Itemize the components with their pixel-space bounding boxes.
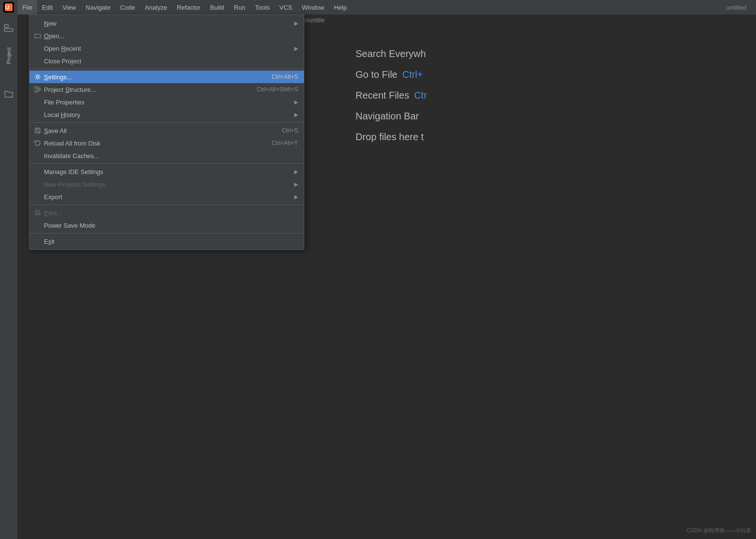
app-logo: IJ <box>0 0 17 15</box>
project-sidebar-label[interactable]: Project <box>6 44 12 68</box>
svg-rect-16 <box>36 213 39 215</box>
svg-rect-4 <box>4 29 13 31</box>
menu-edit[interactable]: Edit <box>37 0 57 15</box>
menu-close-project[interactable]: Close Project <box>29 55 304 67</box>
menu-view[interactable]: View <box>57 0 81 15</box>
recent-files-row: Recent Files Ctr <box>356 90 427 101</box>
file-menu-dropdown: New ▶ Open... Open Recent ▶ Close Projec… <box>29 15 304 250</box>
sidebar-project-icon[interactable] <box>0 19 17 37</box>
menu-local-history[interactable]: Local History ▶ <box>29 108 304 121</box>
menu-file[interactable]: File <box>17 0 37 15</box>
separator-1 <box>29 69 304 69</box>
menu-vcs[interactable]: VCS <box>274 0 297 15</box>
menu-bar: File Edit View Navigate Code Analyze Ref… <box>17 0 756 15</box>
menu-file-properties[interactable]: File Properties ▶ <box>29 96 304 108</box>
menu-open-recent[interactable]: Open Recent ▶ <box>29 42 304 55</box>
menu-build[interactable]: Build <box>205 0 229 15</box>
menu-tools[interactable]: Tools <box>250 0 274 15</box>
navigation-bar-row: Navigation Bar <box>356 111 419 122</box>
menu-project-structure[interactable]: Project Structure... Ctrl+Alt+Shift+S <box>29 83 304 96</box>
svg-rect-13 <box>36 131 39 133</box>
menu-reload-all[interactable]: Reload All from Disk Ctrl+Alt+Y <box>29 137 304 149</box>
menu-manage-ide-settings[interactable]: Manage IDE Settings ▶ <box>29 165 304 178</box>
svg-rect-6 <box>35 87 37 88</box>
svg-rect-7 <box>35 90 37 92</box>
separator-5 <box>29 233 304 233</box>
menu-run[interactable]: Run <box>229 0 250 15</box>
svg-text:IJ: IJ <box>5 5 9 10</box>
menu-new[interactable]: New ▶ <box>29 17 304 29</box>
menu-invalidate-caches[interactable]: Invalidate Caches... <box>29 149 304 162</box>
left-sidebar: Project <box>0 15 17 539</box>
menu-navigate[interactable]: Navigate <box>81 0 115 15</box>
menu-power-save-mode[interactable]: Power Save Mode <box>29 219 304 232</box>
menu-print[interactable]: Print... <box>29 206 304 219</box>
menu-help[interactable]: Help <box>329 0 352 15</box>
svg-point-17 <box>39 212 40 213</box>
open-folder-icon <box>33 31 42 40</box>
menu-refactor[interactable]: Refactor <box>172 0 205 15</box>
window-title: untitled <box>726 4 746 11</box>
menu-settings[interactable]: Settings... Ctrl+Alt+S <box>29 71 304 83</box>
svg-rect-14 <box>36 128 39 130</box>
menu-analyze[interactable]: Analyze <box>140 0 172 15</box>
menu-save-all[interactable]: Save All Ctrl+S <box>29 124 304 137</box>
go-to-file-row: Go to File Ctrl+ <box>356 69 423 80</box>
drop-files-row: Drop files here t <box>356 131 424 143</box>
save-icon <box>33 126 42 135</box>
separator-3 <box>29 163 304 164</box>
menu-code[interactable]: Code <box>115 0 140 15</box>
reload-icon <box>33 139 42 147</box>
menu-exit[interactable]: Exit <box>29 235 304 248</box>
menu-new-projects-settings[interactable]: New Projects Settings ▶ <box>29 178 304 190</box>
svg-rect-3 <box>4 25 8 28</box>
logo-icon: IJ <box>3 2 14 13</box>
project-structure-icon <box>33 85 42 94</box>
sidebar-folder-icon[interactable] <box>0 85 17 102</box>
credits-text: CSDN @程序猿——小白菜 <box>687 527 751 534</box>
settings-wrench-icon <box>33 73 42 81</box>
separator-4 <box>29 204 304 205</box>
right-panel: Search Everywh Go to File Ctrl+ Recent F… <box>341 29 756 539</box>
print-icon <box>33 208 42 217</box>
menu-export[interactable]: Export ▶ <box>29 190 304 203</box>
menu-window[interactable]: Window <box>297 0 329 15</box>
separator-2 <box>29 122 304 123</box>
menu-open[interactable]: Open... <box>29 29 304 42</box>
svg-point-5 <box>37 76 39 78</box>
search-everywhere-row: Search Everywh <box>356 48 426 59</box>
